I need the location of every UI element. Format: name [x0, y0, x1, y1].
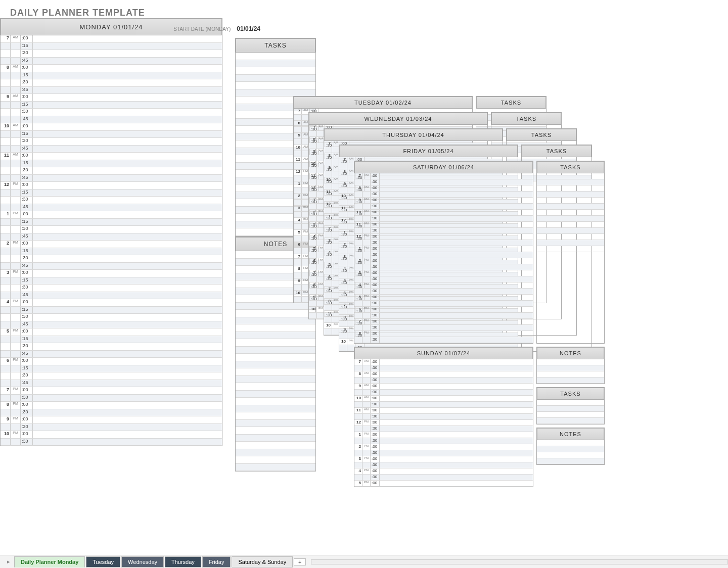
entry-cell[interactable] [380, 371, 533, 377]
time-row[interactable]: :45 [1, 116, 222, 124]
entry-cell[interactable] [380, 246, 533, 252]
time-row[interactable]: 9PM:00 [1, 416, 222, 424]
time-row[interactable]: :30 [354, 240, 533, 246]
entry-cell[interactable] [33, 219, 222, 226]
list-row[interactable] [236, 368, 315, 376]
time-row[interactable]: 9AM:00 [354, 198, 533, 204]
entry-cell[interactable] [380, 444, 533, 450]
sheet-tab-thursday[interactable]: Thursday [165, 556, 201, 567]
time-row[interactable]: 11AM:00 [1, 153, 222, 160]
time-row[interactable]: :30 [1, 50, 222, 58]
entry-cell[interactable] [380, 359, 533, 365]
time-row[interactable]: 2PM:00 [354, 258, 533, 264]
entry-cell[interactable] [380, 210, 533, 215]
entry-cell[interactable] [33, 292, 222, 299]
entry-cell[interactable] [33, 190, 222, 197]
saturday-time-grid[interactable]: 7AM:00:308AM:00:309AM:00:3010AM:00:3011A… [354, 173, 533, 343]
saturday-notes-body[interactable] [537, 359, 604, 384]
entry-cell[interactable] [380, 396, 533, 401]
time-row[interactable]: :30 [354, 276, 533, 282]
start-date-value[interactable]: 01/01/24 [237, 25, 260, 32]
entry-cell[interactable] [380, 384, 533, 389]
list-row[interactable] [537, 406, 604, 412]
time-row[interactable]: :30 [354, 475, 533, 481]
time-row[interactable]: :30 [354, 216, 533, 222]
entry-cell[interactable] [380, 462, 533, 468]
time-row[interactable]: :30 [1, 409, 222, 417]
entry-cell[interactable] [33, 65, 222, 72]
time-row[interactable]: :30 [354, 402, 533, 408]
entry-cell[interactable] [33, 160, 222, 167]
time-row[interactable]: :30 [1, 109, 222, 116]
time-row[interactable]: 7AM:00 [1, 35, 222, 43]
time-row[interactable]: :45 [1, 321, 222, 329]
entry-cell[interactable] [33, 263, 222, 270]
entry-cell[interactable] [380, 420, 533, 425]
time-row[interactable]: 5PM:00 [354, 481, 533, 487]
entry-cell[interactable] [33, 380, 222, 387]
time-row[interactable]: 6PM:00 [354, 307, 533, 313]
entry-cell[interactable] [380, 408, 533, 413]
entry-cell[interactable] [33, 182, 222, 189]
list-row[interactable] [236, 405, 315, 413]
sunday-time-grid[interactable]: 7AM:00:308AM:00:309AM:00:3010AM:00:3011A… [354, 359, 533, 487]
time-row[interactable]: 7PM:00 [354, 319, 533, 325]
time-row[interactable]: :15 [1, 43, 222, 51]
time-row[interactable]: :30 [1, 167, 222, 175]
list-row[interactable] [537, 359, 604, 365]
list-row[interactable] [537, 216, 604, 222]
time-row[interactable]: 2PM:00 [1, 241, 222, 248]
time-row[interactable]: :30 [354, 365, 533, 371]
entry-cell[interactable] [380, 325, 533, 330]
list-row[interactable] [236, 383, 315, 391]
entry-cell[interactable] [33, 87, 222, 94]
time-row[interactable]: 3PM:00 [354, 270, 533, 276]
time-row[interactable]: :30 [354, 450, 533, 456]
list-row[interactable] [236, 412, 315, 420]
entry-cell[interactable] [380, 179, 533, 185]
entry-cell[interactable] [380, 432, 533, 438]
time-row[interactable]: 8PM:00 [354, 331, 533, 337]
time-row[interactable]: :45 [1, 380, 222, 388]
time-row[interactable]: :30 [1, 343, 222, 351]
list-row[interactable] [236, 435, 315, 442]
entry-cell[interactable] [380, 319, 533, 324]
time-row[interactable]: :30 [354, 228, 533, 234]
entry-cell[interactable] [33, 138, 222, 145]
entry-cell[interactable] [33, 79, 222, 86]
time-row[interactable]: :30 [1, 372, 222, 380]
list-row[interactable] [236, 427, 315, 435]
list-row[interactable] [537, 246, 604, 252]
entry-cell[interactable] [380, 276, 533, 282]
entry-cell[interactable] [380, 222, 533, 227]
time-row[interactable]: :30 [1, 79, 222, 87]
time-row[interactable]: 3PM:00 [1, 270, 222, 277]
time-row[interactable]: 7AM:00 [354, 173, 533, 179]
time-row[interactable]: :30 [354, 325, 533, 331]
time-row[interactable]: :30 [354, 462, 533, 468]
horizontal-scrollbar[interactable] [311, 559, 728, 564]
entry-cell[interactable] [380, 295, 533, 300]
entry-cell[interactable] [380, 414, 533, 419]
entry-cell[interactable] [380, 456, 533, 462]
tab-nav-prev-icon[interactable]: ▸ [4, 558, 13, 565]
list-row[interactable] [236, 332, 315, 340]
entry-cell[interactable] [380, 264, 533, 270]
list-row[interactable] [537, 240, 604, 246]
list-row[interactable] [236, 442, 315, 449]
time-row[interactable]: 12PM:00 [354, 420, 533, 426]
entry-cell[interactable] [380, 307, 533, 312]
entry-cell[interactable] [380, 426, 533, 432]
time-row[interactable]: :45 [1, 87, 222, 94]
entry-cell[interactable] [33, 211, 222, 218]
time-row[interactable]: 4PM:00 [354, 468, 533, 475]
entry-cell[interactable] [380, 481, 533, 486]
entry-cell[interactable] [33, 102, 222, 109]
entry-cell[interactable] [33, 248, 222, 255]
time-row[interactable]: :30 [1, 395, 222, 402]
entry-cell[interactable] [33, 372, 222, 380]
time-row[interactable]: :30 [1, 226, 222, 233]
entry-cell[interactable] [33, 72, 222, 79]
time-row[interactable]: 8AM:00 [1, 65, 222, 72]
time-row[interactable]: 9AM:00 [1, 94, 222, 102]
